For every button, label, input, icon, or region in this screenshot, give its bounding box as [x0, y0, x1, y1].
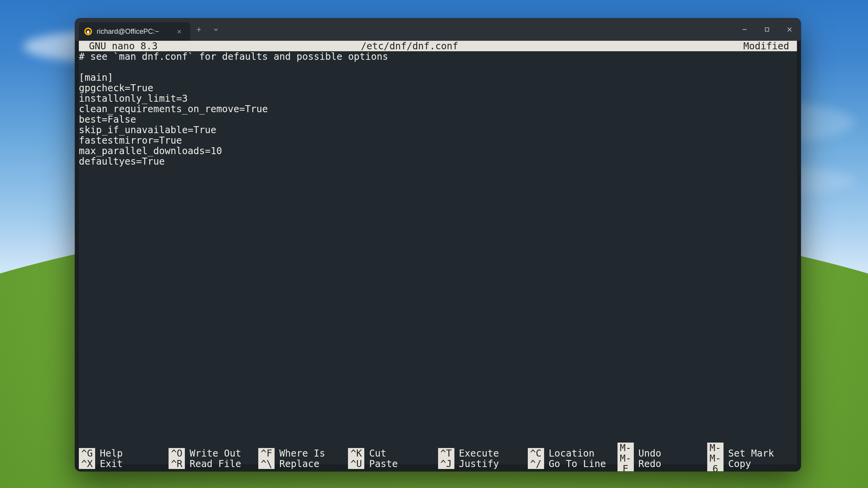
svg-rect-4 [765, 28, 769, 31]
nano-editor-body[interactable]: # see `man dnf.conf` for defaults and po… [79, 51, 797, 167]
editor-line[interactable]: gpgcheck=True [79, 83, 797, 93]
tab-dropdown-button[interactable] [207, 18, 224, 41]
window-maximize-button[interactable] [756, 18, 778, 41]
editor-line[interactable]: max_parallel_downloads=10 [79, 146, 797, 156]
shortcut-label: Copy [728, 458, 751, 469]
terminal-viewport[interactable]: GNU nano 8.3 /etc/dnf/dnf.conf Modified … [79, 41, 797, 464]
shortcut-label: Go To Line [549, 458, 606, 469]
titlebar: richard@OfficePC:~ [75, 18, 801, 41]
window-close-button[interactable] [778, 18, 801, 41]
nano-app-name: GNU nano 8.3 [80, 41, 361, 51]
nano-shortcut: ^UPaste [348, 453, 438, 471]
shortcut-label: Justify [459, 458, 499, 469]
nano-shortcut-bar: ^GHelp^OWrite Out^FWhere Is^KCut^TExecut… [79, 443, 797, 464]
editor-line[interactable]: best=False [79, 114, 797, 125]
editor-line[interactable]: fastestmirror=True [79, 135, 797, 146]
shortcut-key: M-E [618, 453, 634, 471]
editor-line[interactable]: [main] [79, 72, 797, 83]
editor-line[interactable] [79, 62, 797, 72]
nano-shortcut: ^/Go To Line [528, 453, 618, 471]
tab-close-button[interactable] [175, 27, 184, 36]
shortcut-key: ^U [348, 458, 364, 469]
shortcut-key: ^R [169, 458, 185, 469]
shortcut-label: Replace [279, 458, 319, 469]
nano-shortcut: M-ERedo [618, 453, 707, 471]
terminal-window: richard@OfficePC:~ GNU nano 8.3 /etc/dnf… [75, 18, 801, 471]
tab-active[interactable]: richard@OfficePC:~ [79, 22, 190, 41]
shortcut-label: Paste [369, 458, 398, 469]
nano-shortcut: ^RRead File [169, 453, 258, 471]
nano-file-path: /etc/dnf/dnf.conf [361, 41, 743, 51]
editor-line[interactable]: defaultyes=True [79, 156, 797, 167]
shortcut-label: Redo [638, 458, 661, 469]
shortcut-label: Read File [190, 458, 241, 469]
editor-line[interactable]: # see `man dnf.conf` for defaults and po… [79, 51, 797, 62]
window-minimize-button[interactable] [733, 18, 756, 41]
nano-modified-indicator: Modified [743, 41, 797, 51]
editor-line[interactable]: installonly_limit=3 [79, 93, 797, 104]
editor-line[interactable]: skip_if_unavailable=True [79, 125, 797, 135]
shortcut-key: M-6 [707, 453, 724, 471]
nano-shortcut: ^JJustify [438, 453, 528, 471]
shortcut-key: ^X [79, 458, 95, 469]
svg-point-2 [87, 30, 88, 31]
svg-point-1 [87, 31, 90, 34]
svg-point-3 [89, 30, 89, 31]
tab-title: richard@OfficePC:~ [97, 28, 159, 36]
nano-header-bar: GNU nano 8.3 /etc/dnf/dnf.conf Modified [79, 41, 797, 51]
penguin-icon [84, 28, 92, 35]
nano-shortcut: M-6Copy [707, 453, 797, 471]
shortcut-key: ^\ [258, 458, 275, 469]
nano-shortcut: ^XExit [79, 453, 169, 471]
new-tab-button[interactable] [190, 18, 207, 41]
shortcut-key: ^/ [528, 458, 544, 469]
tab-strip: richard@OfficePC:~ [75, 18, 190, 41]
editor-line[interactable]: clean_requirements_on_remove=True [79, 104, 797, 114]
nano-shortcut: ^\Replace [258, 453, 348, 471]
shortcut-label: Exit [100, 458, 123, 469]
shortcut-key: ^J [438, 458, 454, 469]
